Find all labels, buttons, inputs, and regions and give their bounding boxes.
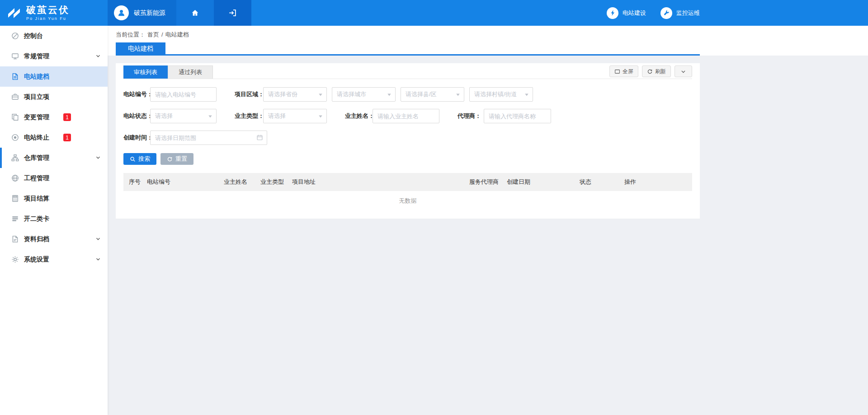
archive-icon xyxy=(11,235,19,243)
caret-down-icon xyxy=(524,93,529,97)
sidebar-item-label: 电站建档 xyxy=(24,73,49,81)
sidebar-item-project-settlement[interactable]: 项目结算 xyxy=(0,188,108,209)
collapse-button[interactable] xyxy=(675,65,692,77)
home-icon xyxy=(191,9,199,17)
globe-icon xyxy=(11,174,19,182)
reset-button[interactable]: 重置 xyxy=(160,153,193,165)
sidebar-item-card-opening[interactable]: 开二类卡 xyxy=(0,209,108,229)
empty-state: 无数据 xyxy=(123,191,692,211)
sidebar-item-system-settings[interactable]: 系统设置 xyxy=(0,249,108,270)
agent-input[interactable] xyxy=(484,109,551,123)
search-icon xyxy=(130,156,136,162)
sidebar-item-general-management[interactable]: 常规管理 xyxy=(0,46,108,66)
chevron-down-icon xyxy=(95,154,101,161)
village-select-placeholder: 请选择村镇/街道 xyxy=(474,90,517,98)
page-tab-row: 电站建档 xyxy=(116,42,700,56)
sidebar-item-engineering-management[interactable]: 工程管理 xyxy=(0,168,108,188)
owner-type-label: 业主类型： xyxy=(235,112,263,120)
sidebar: 控制台 常规管理 电站建档 项 xyxy=(0,26,108,415)
col-owner-name: 业主姓名 xyxy=(224,178,260,186)
header-spacer xyxy=(251,0,607,26)
table-header-row: 序号 电站编号 业主姓名 业主类型 项目地址 服务代理商 创建日期 状态 操作 xyxy=(123,173,692,191)
sidebar-item-warehouse-management[interactable]: 仓库管理 xyxy=(0,148,108,168)
owner-name-input[interactable] xyxy=(373,109,439,123)
monitor-icon xyxy=(11,52,19,60)
page-tab-station-archive[interactable]: 电站建档 xyxy=(116,42,165,54)
station-termination-badge: 1 xyxy=(63,134,71,141)
date-range-input[interactable] xyxy=(150,131,267,145)
calendar-icon xyxy=(256,134,263,141)
owner-name-label: 业主姓名： xyxy=(345,112,373,120)
city-select[interactable]: 请选择城市 xyxy=(332,87,396,102)
breadcrumb-home-link[interactable]: 首页 xyxy=(147,31,159,38)
caret-down-icon xyxy=(318,115,323,118)
empty-state-text: 无数据 xyxy=(399,197,417,205)
caret-down-icon xyxy=(387,93,392,97)
filter-row-1: 电站编号： 项目区域： 请选择省份 请选择城市 请选择县/区 请选择村镇/街道 xyxy=(123,87,692,102)
company-name: 破茧新能源 xyxy=(134,9,165,17)
chevron-down-icon xyxy=(95,236,101,242)
sidebar-item-station-termination[interactable]: 电站终止 1 xyxy=(0,127,108,148)
date-range-picker[interactable] xyxy=(150,131,267,145)
station-no-input[interactable] xyxy=(150,87,217,102)
logo-title: 破茧云伏 xyxy=(26,5,70,15)
caret-down-icon xyxy=(208,115,212,118)
tab-passed-list[interactable]: 通过列表 xyxy=(168,65,213,79)
sidebar-item-station-archive[interactable]: 电站建档 xyxy=(0,66,108,87)
breadcrumb-separator: / xyxy=(161,31,163,38)
county-select[interactable]: 请选择县/区 xyxy=(401,87,464,102)
sidebar-item-change-management[interactable]: 变更管理 1 xyxy=(0,107,108,127)
refresh-icon xyxy=(647,69,653,75)
search-button[interactable]: 搜索 xyxy=(123,153,156,165)
filter-row-2: 电站状态： 请选择 业主类型： 请选择 业主姓名： 代理商： xyxy=(123,109,692,123)
province-select[interactable]: 请选择省份 xyxy=(263,87,327,102)
home-button[interactable] xyxy=(176,0,214,26)
sidebar-item-data-archive[interactable]: 资料归档 xyxy=(0,229,108,249)
filter-actions: 搜索 重置 xyxy=(123,153,692,165)
sidebar-item-console[interactable]: 控制台 xyxy=(0,26,108,46)
nav-monitoring-ops-label: 监控运维 xyxy=(676,9,700,17)
col-owner-type: 业主类型 xyxy=(260,178,292,186)
sidebar-item-label: 变更管理 xyxy=(24,113,49,121)
lightning-icon xyxy=(607,7,618,19)
col-created-date: 创建日期 xyxy=(507,178,580,186)
station-status-select[interactable]: 请选择 xyxy=(150,109,217,123)
card-icon xyxy=(11,215,19,223)
caret-down-icon xyxy=(456,93,460,97)
sidebar-item-project-initiation[interactable]: 项目立项 xyxy=(0,87,108,107)
filter-row-3: 创建时间： xyxy=(123,131,692,145)
refresh-button[interactable]: 刷新 xyxy=(642,65,671,77)
fullscreen-icon xyxy=(614,69,620,75)
logout-button[interactable] xyxy=(214,0,251,26)
region-label: 项目区域： xyxy=(235,90,263,98)
nav-station-construction-label: 电站建设 xyxy=(623,9,646,17)
sidebar-item-label: 系统设置 xyxy=(24,256,49,264)
user-menu[interactable]: 破茧新能源 xyxy=(108,0,176,26)
briefcase-icon xyxy=(11,93,19,101)
owner-type-select[interactable]: 请选择 xyxy=(263,109,327,123)
sidebar-item-label: 常规管理 xyxy=(24,52,49,61)
nav-monitoring-ops[interactable]: 监控运维 xyxy=(660,7,700,19)
sidebar-item-label: 资料归档 xyxy=(24,235,49,243)
gear-icon xyxy=(11,256,19,263)
main-area: 当前位置： 首页 / 电站建档 电站建档 审核列表 通过列表 全屏 xyxy=(108,26,868,415)
village-select[interactable]: 请选择村镇/街道 xyxy=(469,87,533,102)
station-status-placeholder: 请选择 xyxy=(155,112,173,120)
owner-type-placeholder: 请选择 xyxy=(268,112,286,120)
search-button-label: 搜索 xyxy=(138,155,150,163)
app-header: 破茧云伏 Po Jian Yun Fu 破茧新能源 xyxy=(0,0,868,26)
tab-review-list[interactable]: 审核列表 xyxy=(123,65,168,79)
fullscreen-label: 全屏 xyxy=(623,68,633,75)
nav-station-construction[interactable]: 电站建设 xyxy=(607,7,646,19)
caret-down-icon xyxy=(318,93,323,97)
station-no-label: 电站编号： xyxy=(123,90,150,98)
avatar-icon xyxy=(114,5,129,20)
col-service-agent: 服务代理商 xyxy=(469,178,507,186)
col-index: 序号 xyxy=(129,178,147,186)
breadcrumb-prefix: 当前位置： xyxy=(116,31,145,38)
province-select-placeholder: 请选择省份 xyxy=(268,90,297,98)
document-icon xyxy=(11,73,19,80)
chevron-down-icon xyxy=(95,53,101,59)
fullscreen-button[interactable]: 全屏 xyxy=(609,65,638,77)
station-status-label: 电站状态： xyxy=(123,112,150,120)
